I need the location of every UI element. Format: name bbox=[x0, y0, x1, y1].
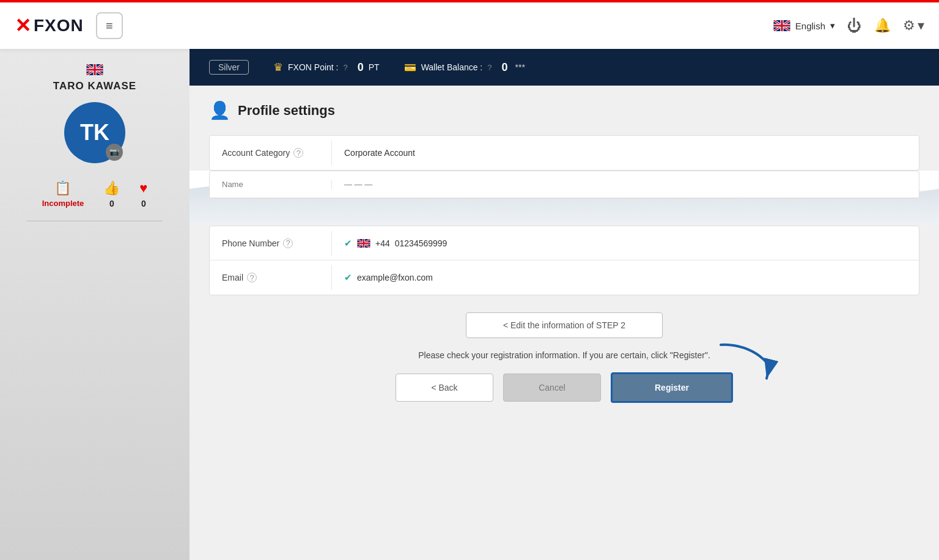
silver-badge: Silver bbox=[209, 60, 249, 75]
avatar-initials: TK bbox=[80, 120, 109, 146]
settings-dropdown-icon: ▾ bbox=[918, 18, 924, 34]
hearts-value: 0 bbox=[141, 199, 146, 208]
phone-value: ✔ +44 01234569999 bbox=[332, 230, 919, 256]
fxon-point-item: ♛ FXON Point : ? 0 PT bbox=[273, 61, 380, 74]
settings-button[interactable]: ⚙ ▾ bbox=[903, 18, 924, 34]
phone-number: 01234569999 bbox=[395, 238, 447, 248]
phone-help-icon[interactable]: ? bbox=[283, 238, 293, 248]
stat-incomplete: 📋 Incomplete bbox=[42, 180, 84, 208]
avatar-container: TK 📷 bbox=[64, 102, 125, 163]
profile-icon: 👤 bbox=[209, 100, 230, 120]
wallet-icon: 💳 bbox=[404, 62, 416, 73]
email-verified-icon: ✔ bbox=[344, 272, 352, 283]
documents-icon: 📋 bbox=[54, 180, 71, 196]
page-title: Profile settings bbox=[238, 103, 335, 119]
fxon-point-unit: PT bbox=[369, 62, 380, 72]
sidebar-divider bbox=[27, 221, 163, 221]
email-value: ✔ example@fxon.com bbox=[332, 265, 919, 290]
phone-row: Phone Number ? ✔ +44 01234569 bbox=[210, 226, 919, 260]
crown-icon: ♛ bbox=[273, 61, 283, 74]
email-row: Email ? ✔ example@fxon.com bbox=[210, 260, 919, 295]
bell-icon[interactable]: 🔔 bbox=[874, 18, 891, 34]
logo: ✕ FXON bbox=[15, 16, 84, 35]
language-label: English bbox=[795, 21, 825, 31]
curved-arrow-icon bbox=[715, 339, 788, 381]
wave-section: Name — — — bbox=[190, 171, 939, 226]
heart-icon: ♥ bbox=[139, 180, 147, 196]
sidebar-flag bbox=[86, 64, 103, 75]
phone-flag-icon bbox=[357, 239, 370, 248]
language-dropdown-icon: ▾ bbox=[830, 20, 835, 31]
fxon-point-label: FXON Point : bbox=[288, 62, 338, 72]
sidebar: TARO KAWASE TK 📷 📋 Incomplete 👍 0 ♥ 0 bbox=[0, 49, 190, 560]
fxon-point-value: 0 bbox=[358, 61, 364, 74]
uk-flag-icon bbox=[773, 20, 790, 31]
sidebar-stats: 📋 Incomplete 👍 0 ♥ 0 bbox=[42, 180, 148, 208]
phone-verified-icon: ✔ bbox=[344, 238, 352, 249]
language-selector[interactable]: English ▾ bbox=[773, 20, 835, 31]
stat-likes: 👍 0 bbox=[103, 180, 120, 208]
wallet-value: 0 bbox=[502, 61, 508, 74]
thumbs-up-icon: 👍 bbox=[103, 180, 120, 196]
partially-visible-rows: Name — — — bbox=[209, 171, 919, 199]
content-area: Silver ♛ FXON Point : ? 0 PT 💳 Wallet Ba… bbox=[190, 49, 939, 560]
page-title-row: 👤 Profile settings bbox=[209, 100, 919, 120]
contact-info-card: Phone Number ? ✔ +44 01234569 bbox=[209, 226, 919, 295]
email-help-icon[interactable]: ? bbox=[247, 273, 257, 282]
wallet-balance-item: 💳 Wallet Balance : ? 0 *** bbox=[404, 61, 525, 74]
navbar-right: English ▾ ⏻ 🔔 ⚙ ▾ bbox=[773, 17, 924, 34]
account-category-label: Account Category ? bbox=[210, 141, 332, 165]
notice-text: Please check your registration informati… bbox=[209, 350, 919, 360]
hamburger-button[interactable]: ≡ bbox=[96, 12, 123, 39]
main-layout: TARO KAWASE TK 📷 📋 Incomplete 👍 0 ♥ 0 bbox=[0, 49, 939, 560]
navbar: ✕ FXON ≡ English ▾ ⏻ 🔔 ⚙ ▾ bbox=[0, 0, 939, 49]
cancel-button[interactable]: Cancel bbox=[503, 374, 601, 402]
fxon-point-help-icon[interactable]: ? bbox=[343, 63, 347, 72]
edit-btn-row: < Edit the information of STEP 2 bbox=[209, 312, 919, 338]
power-icon[interactable]: ⏻ bbox=[847, 17, 862, 34]
logo-x-icon: ✕ bbox=[15, 16, 31, 35]
account-category-row: Account Category ? Corporate Account bbox=[210, 136, 919, 170]
edit-step2-button[interactable]: < Edit the information of STEP 2 bbox=[466, 312, 663, 338]
phone-country-code: +44 bbox=[375, 238, 390, 248]
navbar-left: ✕ FXON ≡ bbox=[15, 12, 123, 39]
likes-value: 0 bbox=[109, 199, 114, 208]
account-category-help-icon[interactable]: ? bbox=[293, 148, 303, 158]
sidebar-username: TARO KAWASE bbox=[53, 80, 136, 92]
logo-text: FXON bbox=[34, 16, 84, 35]
sidebar-flag-icon bbox=[86, 64, 103, 75]
wallet-masked: *** bbox=[515, 62, 525, 72]
account-category-value: Corporate Account bbox=[332, 141, 919, 165]
stat-hearts: ♥ 0 bbox=[139, 180, 147, 208]
gear-icon: ⚙ bbox=[903, 18, 915, 34]
email-label: Email ? bbox=[210, 265, 332, 290]
phone-label: Phone Number ? bbox=[210, 231, 332, 256]
wallet-label: Wallet Balance : bbox=[421, 62, 483, 72]
action-buttons-row: < Back Cancel Register bbox=[209, 372, 919, 403]
account-category-card: Account Category ? Corporate Account bbox=[209, 135, 919, 171]
profile-content: 👤 Profile settings Account Category ? Co… bbox=[190, 86, 939, 560]
hamburger-icon: ≡ bbox=[106, 19, 113, 33]
wallet-help-icon[interactable]: ? bbox=[487, 63, 492, 72]
back-button[interactable]: < Back bbox=[396, 374, 493, 402]
incomplete-label: Incomplete bbox=[42, 199, 84, 208]
top-info-bar: Silver ♛ FXON Point : ? 0 PT 💳 Wallet Ba… bbox=[190, 49, 939, 86]
camera-icon[interactable]: 📷 bbox=[106, 144, 123, 161]
